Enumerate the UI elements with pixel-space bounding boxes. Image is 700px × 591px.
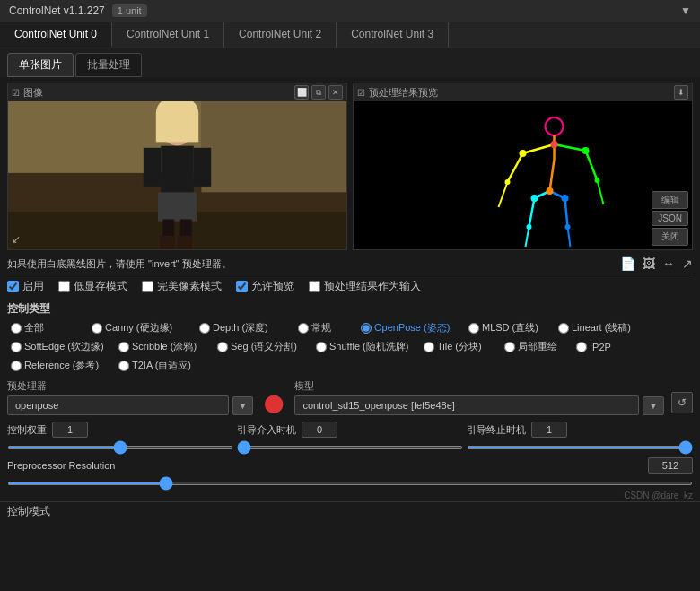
model-select[interactable]: control_sd15_openpose [fef5e48e] [294, 395, 639, 415]
radio-all[interactable]: 全部 [7, 319, 88, 336]
watermark-bar: CSDN @dare_kz [0, 490, 700, 501]
image-icon[interactable]: 🖼 [643, 256, 655, 271]
refresh-btn[interactable]: ⬤ [260, 392, 287, 413]
radio-shuffle[interactable]: Shuffle (随机洗牌) [312, 338, 420, 355]
svg-rect-11 [158, 192, 197, 221]
radio-inpaint[interactable]: 局部重绘 [501, 338, 573, 355]
watermark-text: CSDN @dare_kz [624, 491, 693, 500]
left-panel-header: ☑ 图像 ⬜ ⧉ ✕ [8, 83, 346, 101]
radio-ip2p-label: IP2P [590, 342, 611, 352]
app-title: ControlNet v1.1.227 [9, 4, 105, 17]
radio-canny[interactable]: Canny (硬边缘) [88, 319, 196, 336]
preprocessor-label: 预处理器 [7, 379, 253, 393]
radio-t2ia-label: T2IA (自适应) [132, 359, 191, 372]
perfect-pixel-checkbox[interactable]: 完美像素模式 [142, 279, 222, 294]
guidance-start-group: 引导介入时机 [237, 422, 463, 438]
external-icon[interactable]: ↗ [682, 256, 693, 271]
radio-seg-label: Seg (语义分割) [231, 340, 297, 353]
collapse-icon[interactable]: ▼ [680, 4, 691, 17]
svg-rect-10 [194, 148, 211, 187]
preprocessor-select[interactable]: openpose [7, 395, 229, 415]
left-image-container[interactable]: ↙ [8, 101, 346, 249]
allow-preview-label: 允许预览 [251, 279, 294, 294]
preprocess-res-label: Preprocessor Resolution [7, 460, 115, 471]
copy-btn[interactable]: ⧉ [311, 85, 326, 100]
close-right-btn[interactable]: 关闭 [652, 228, 688, 246]
preprocess-res-row: Preprocessor Resolution [0, 456, 700, 475]
control-weight-value[interactable] [52, 422, 88, 438]
radio-depth[interactable]: Depth (深度) [196, 319, 294, 336]
radio-tile-label: Tile (分块) [437, 340, 482, 353]
radio-seg[interactable]: Seg (语义分割) [214, 338, 312, 355]
tab-unit-3[interactable]: ControlNet Unit 3 [337, 22, 449, 48]
radio-depth-label: Depth (深度) [213, 321, 268, 335]
guidance-start-value[interactable] [302, 422, 337, 438]
preprocess-as-input-label: 预处理结果作为输入 [324, 279, 421, 294]
download-btn[interactable]: ⬇ [674, 85, 688, 100]
radio-softedge[interactable]: SoftEdge (软边缘) [7, 338, 115, 355]
main-panel: ControlNet v1.1.227 1 unit ▼ ControlNet … [0, 0, 700, 591]
right-btns: 编辑 JSON 关闭 [652, 191, 688, 246]
perfect-pixel-label: 完美像素模式 [157, 279, 222, 294]
radio-scribble-label: Scribble (涂鸦) [132, 340, 197, 353]
radio-t2ia[interactable]: T2IA (自适应) [115, 357, 214, 374]
sub-tab-batch[interactable]: 批量处理 [75, 53, 142, 77]
doc-icon[interactable]: 📄 [620, 256, 635, 271]
info-text: 如果使用白底黑线图片，请使用 "invert" 预处理器。 [7, 257, 232, 271]
edit-btn[interactable]: 编辑 [652, 191, 688, 209]
allow-preview-checkbox[interactable]: 允许预览 [236, 279, 294, 294]
control-weight-group: 控制权重 [7, 422, 233, 438]
guidance-end-value[interactable] [531, 422, 567, 438]
radio-openpose[interactable]: OpenPose (姿态) [357, 319, 465, 336]
close-left-btn[interactable]: ✕ [328, 85, 343, 100]
enable-checkbox[interactable]: 启用 [7, 279, 44, 294]
preprocess-res-value[interactable] [648, 457, 693, 474]
radio-openpose-label: OpenPose (姿态) [374, 321, 450, 335]
guidance-start-slider[interactable] [237, 446, 463, 449]
radio-reference[interactable]: Reference (参考) [7, 357, 115, 374]
guidance-end-slider[interactable] [467, 446, 693, 449]
radio-inpaint-label: 局部重绘 [518, 340, 557, 353]
radio-mlsd[interactable]: MLSD (直线) [465, 319, 555, 336]
tab-unit-0[interactable]: ControlNet Unit 0 [0, 22, 112, 48]
control-type-label: 控制类型 [0, 299, 700, 318]
svg-point-32 [551, 141, 558, 148]
radio-softedge-label: SoftEdge (软边缘) [24, 340, 104, 353]
low-vram-checkbox[interactable]: 低显存模式 [58, 279, 127, 294]
arrows-icon[interactable]: ↔ [662, 256, 675, 271]
preprocess-res-slider-row [0, 475, 700, 490]
model-label: 模型 [294, 379, 664, 393]
sub-tab-single[interactable]: 单张图片 [7, 53, 74, 77]
model-group: 模型 control_sd15_openpose [fef5e48e] ▼ [294, 379, 664, 415]
radio-mlsd-label: MLSD (直线) [482, 321, 538, 335]
radio-tile[interactable]: Tile (分块) [420, 338, 501, 355]
preprocessor-model-row: 预处理器 openpose ▼ ⬤ 模型 control_sd15_openpo… [0, 375, 700, 420]
preprocess-res-slider[interactable] [7, 482, 693, 485]
radio-lineart-label: Lineart (线稿) [572, 321, 631, 335]
radio-normal[interactable]: 常规 [294, 319, 357, 336]
guidance-start-slider-container [237, 439, 463, 452]
control-weight-slider[interactable] [7, 446, 233, 449]
tab-unit-2[interactable]: ControlNet Unit 2 [224, 22, 337, 48]
right-image-container[interactable]: 编辑 JSON 关闭 [354, 101, 692, 249]
radio-ip2p[interactable]: IP2P [573, 338, 626, 355]
svg-point-38 [531, 195, 538, 202]
svg-rect-15 [178, 236, 192, 249]
guidance-end-slider-container [467, 439, 693, 452]
reset-model-btn[interactable]: ↺ [671, 392, 693, 413]
preview-checkbox-icon: ☑ [357, 88, 365, 98]
svg-point-37 [547, 187, 554, 195]
sliders-row: 控制权重 引导介入时机 引导终止时机 [0, 420, 700, 439]
preprocessor-dropdown-arrow[interactable]: ▼ [232, 396, 254, 415]
preprocess-as-input-checkbox[interactable]: 预处理结果作为输入 [309, 279, 421, 294]
preview-panel-title: 预处理结果预览 [369, 86, 438, 100]
tab-bar: ControlNet Unit 0 ControlNet Unit 1 Cont… [0, 22, 700, 48]
info-icons: 📄 🖼 ↔ ↗ [620, 256, 693, 271]
radio-lineart[interactable]: Lineart (线稿) [555, 319, 653, 336]
model-dropdown-arrow[interactable]: ▼ [643, 396, 664, 415]
json-btn[interactable]: JSON [652, 211, 688, 226]
image-panel-checkbox-icon: ☑ [12, 88, 20, 98]
radio-scribble[interactable]: Scribble (涂鸦) [115, 338, 214, 355]
tab-unit-1[interactable]: ControlNet Unit 1 [112, 22, 224, 48]
expand-btn[interactable]: ⬜ [294, 85, 309, 100]
